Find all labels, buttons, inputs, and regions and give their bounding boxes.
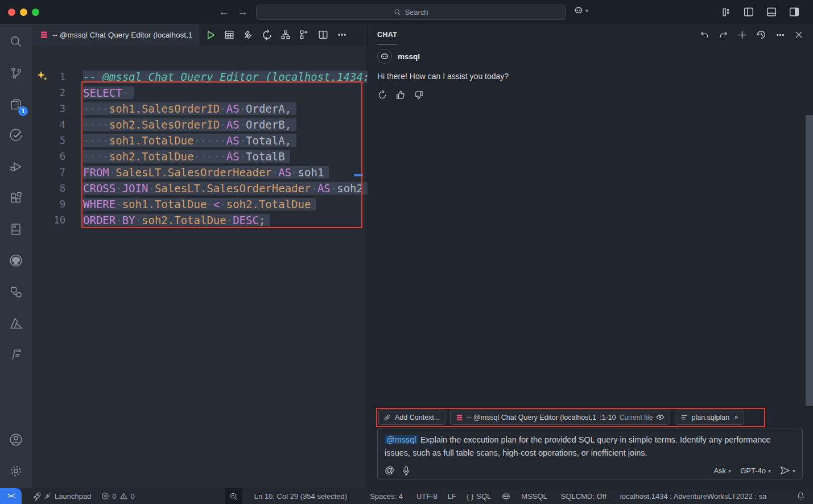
remote-indicator[interactable]: >< [0,488,22,504]
eol-item[interactable]: LF [443,488,461,504]
thumbs-up-icon[interactable] [395,90,406,100]
code-line[interactable]: 2SELECT· [32,85,368,101]
database-icon [456,414,463,422]
launchpad-item[interactable]: Launchpad [27,488,96,504]
extensions-icon[interactable] [2,184,30,212]
code-line[interactable]: 7FROM·SalesLT.SalesOrderHeader·AS·soh1 [32,164,368,180]
linked-objects-icon[interactable] [2,278,30,305]
settings-gear-icon[interactable] [2,457,30,485]
minimize-window-button[interactable] [20,9,27,16]
forward-icon[interactable]: → [237,6,248,18]
mssql-mention-chip: @mssql [385,435,418,444]
database-projects-icon[interactable] [2,216,30,243]
code-line[interactable]: 4····soh2.SalesOrderID·AS·OrderB, [32,117,368,133]
sqlcmd-item[interactable]: SQLCMD: Off [556,488,612,504]
chat-tab[interactable]: CHAT [377,26,397,44]
chat-history-icon[interactable] [756,30,766,40]
account-icon[interactable] [2,426,30,453]
connection-item[interactable]: localhost,1434 : AdventureWorksLT2022 : … [615,488,772,504]
source-control-icon[interactable] [2,59,30,86]
code-line[interactable]: 5····soh1.TotalDue·····AS·TotalA, [32,133,368,148]
add-context-chip[interactable]: Add Context... [378,410,445,425]
chat-input-text[interactable]: @mssql Explain the execution plan for th… [378,428,802,460]
model-dropdown[interactable]: GPT-4o▾ [740,466,771,475]
more-actions-icon[interactable] [335,28,349,42]
line-number: 2 [32,87,65,98]
paperclip-icon [384,414,391,422]
regenerate-icon[interactable] [377,90,387,100]
undo-icon[interactable] [700,30,709,40]
current-file-chip[interactable]: -- @mssql Chat Query Editor (localhost,1… [450,410,670,425]
send-icon [780,466,790,475]
activity-bar: 1 [0,24,32,488]
indentation-item[interactable]: Spaces: 4 [365,488,408,504]
send-button[interactable]: ▾ [780,466,795,475]
copilot-menu-button[interactable]: ▾ [573,5,588,15]
language-item[interactable]: { }SQL [461,488,496,504]
chat-input-box[interactable]: @mssql Explain the execution plan for th… [377,428,803,480]
language-label: SQL [476,492,491,501]
thumbs-down-icon[interactable] [414,90,424,100]
redo-icon[interactable] [719,30,728,40]
current-file-suffix: Current file [620,414,653,422]
cursor-position-item[interactable]: Ln 10, Col 29 (354 selected) [249,488,352,504]
microphone-icon[interactable] [402,466,410,476]
estimated-plan-icon[interactable] [279,28,292,42]
code-line[interactable]: 8CROSS·JOIN·SalesLT.SalesOrderHeader·AS·… [32,180,368,196]
zoom-indicator[interactable] [225,488,242,504]
plan-file-chip[interactable]: plan.sqlplan × [675,410,744,425]
chat-scrollbar[interactable] [806,115,813,406]
chat-more-icon[interactable] [775,30,785,40]
explorer-copy-icon[interactable]: 1 [2,90,30,118]
toggle-primary-sidebar-icon[interactable] [744,7,754,17]
disconnect-icon[interactable] [241,28,255,42]
search-placeholder: Search [405,8,428,16]
command-center-search[interactable]: Search [256,5,566,20]
encoding-item[interactable]: UTF-8 [411,488,443,504]
problems-item[interactable]: 0 0 [96,488,139,504]
search-view-icon[interactable] [2,28,30,55]
results-grid-icon[interactable] [222,28,236,42]
search-icon [394,9,401,16]
code-line[interactable]: 6····soh2.TotalDue·····AS·TotalB [32,148,368,164]
overview-cursor-marker [354,174,363,176]
new-chat-icon[interactable] [737,30,747,40]
run-query-button[interactable] [204,28,217,42]
remove-chip-icon[interactable]: × [734,413,738,422]
tab-title: -- @mssql Chat Query Editor (localhost,1 [52,31,192,39]
mssql-item[interactable]: MSSQL [516,488,552,504]
close-chat-icon[interactable] [794,30,803,39]
actual-plan-icon[interactable] [298,28,311,42]
mention-context-icon[interactable]: @ [385,465,394,476]
fabric-icon[interactable] [2,341,30,368]
code-editor[interactable]: 1-- @mssql Chat Query Editor (localhost,… [32,46,368,488]
toggle-panel-icon[interactable] [766,7,777,17]
status-bar: >< Launchpad 0 0 Ln 10, Col 29 (354 sele… [0,488,813,504]
editor-tab[interactable]: -- @mssql Chat Query Editor (localhost,1 [32,24,199,46]
notifications-bell-icon[interactable] [791,488,813,504]
change-connection-icon[interactable] [260,28,274,42]
run-debug-icon[interactable] [2,153,30,180]
mode-label: Ask [713,466,726,475]
customize-layout-icon[interactable] [721,7,731,17]
message-author: mssql [398,52,420,61]
eye-icon[interactable] [656,414,665,421]
split-editor-icon[interactable] [316,28,330,42]
line-number: 3 [32,103,65,114]
mssql-avatar [377,49,392,64]
github-icon[interactable] [2,247,30,274]
zoom-window-button[interactable] [32,9,39,16]
copilot-status-icon[interactable] [496,488,516,504]
toggle-secondary-sidebar-icon[interactable] [789,7,799,17]
code-line[interactable]: 1-- @mssql Chat Query Editor (localhost,… [32,69,368,85]
plan-file-label: plan.sqlplan [691,414,729,422]
editor-actions [199,24,349,46]
mode-dropdown[interactable]: Ask▾ [713,466,731,475]
back-icon[interactable]: ← [218,6,229,18]
task-check-icon[interactable] [2,122,30,149]
code-line[interactable]: 9WHERE·soh1.TotalDue·<·soh2.TotalDue [32,196,368,212]
azure-icon[interactable] [2,309,30,337]
code-line[interactable]: 10ORDER·BY·soh2.TotalDue·DESC; [32,212,368,228]
close-window-button[interactable] [8,9,15,16]
code-line[interactable]: 3····soh1.SalesOrderID·AS·OrderA, [32,101,368,117]
